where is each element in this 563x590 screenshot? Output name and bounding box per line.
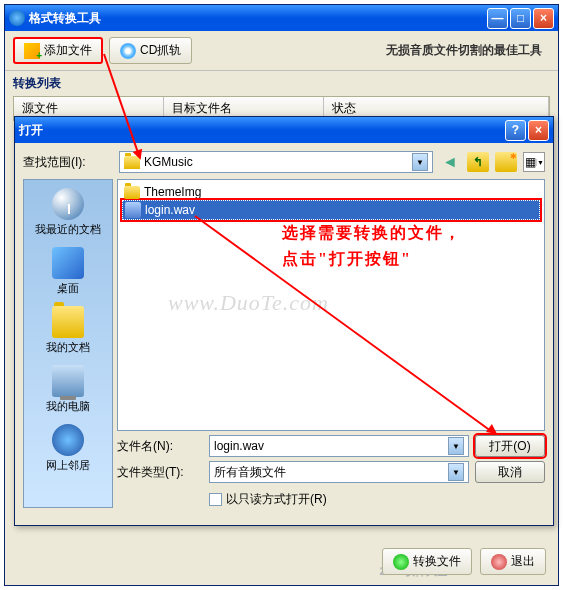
add-file-label: 添加文件 <box>44 42 92 59</box>
readonly-label: 以只读方式打开(R) <box>226 491 327 508</box>
folder-name: ThemeImg <box>144 185 201 199</box>
lookin-row: 查找范围(I): KGMusic ▼ ◄ ▦▼ <box>23 151 545 173</box>
dialog-close-button[interactable]: × <box>528 120 549 141</box>
place-desktop-label: 桌面 <box>57 281 79 296</box>
help-button[interactable]: ? <box>505 120 526 141</box>
selected-file-name: login.wav <box>145 203 195 217</box>
computer-icon <box>52 365 84 397</box>
nav-back-button[interactable]: ◄ <box>439 152 461 172</box>
filetype-row: 文件类型(T): 所有音频文件 ▼ 取消 <box>117 461 545 483</box>
mydocs-icon <box>52 306 84 338</box>
place-network[interactable]: 网上邻居 <box>24 420 112 477</box>
add-file-icon <box>24 43 40 59</box>
chevron-down-icon[interactable]: ▼ <box>412 153 428 171</box>
place-recent-label: 我最近的文档 <box>35 222 101 237</box>
place-mydocs-label: 我的文档 <box>46 340 90 355</box>
desktop-icon <box>52 247 84 279</box>
lookin-combo[interactable]: KGMusic ▼ <box>119 151 433 173</box>
file-item-selected[interactable]: login.wav <box>122 200 540 220</box>
cancel-button[interactable]: 取消 <box>475 461 545 483</box>
place-mydocs[interactable]: 我的文档 <box>24 302 112 359</box>
folder-icon <box>124 186 140 199</box>
annotation-text: 选择需要转换的文件，点击"打开按钮" <box>282 220 472 271</box>
convert-icon <box>393 554 409 570</box>
filename-label: 文件名(N): <box>117 438 203 455</box>
filename-value: login.wav <box>214 439 264 453</box>
dialog-titlebar: 打开 ? × <box>15 117 553 143</box>
lookin-value: KGMusic <box>144 155 193 169</box>
exit-icon <box>491 554 507 570</box>
minimize-button[interactable]: — <box>487 8 508 29</box>
filename-row: 文件名(N): login.wav ▼ 打开(O) <box>117 435 545 457</box>
main-toolbar: 添加文件 CD抓轨 无损音质文件切割的最佳工具 <box>5 31 558 71</box>
bottom-bar: 转换文件 退出 <box>382 548 546 575</box>
place-desktop[interactable]: 桌面 <box>24 243 112 300</box>
nav-newfolder-button[interactable] <box>495 152 517 172</box>
nav-up-button[interactable] <box>467 152 489 172</box>
cd-icon <box>120 43 136 59</box>
cd-rip-label: CD抓轨 <box>140 42 181 59</box>
file-list[interactable]: ThemeImg login.wav 选择需要转换的文件，点击"打开按钮" ww… <box>117 179 545 431</box>
add-file-button[interactable]: 添加文件 <box>13 37 103 64</box>
file-item-folder[interactable]: ThemeImg <box>122 184 540 200</box>
recent-icon <box>52 188 84 220</box>
filetype-label: 文件类型(T): <box>117 464 203 481</box>
place-computer-label: 我的电脑 <box>46 399 90 414</box>
dialog-title: 打开 <box>19 122 505 139</box>
places-bar: 我最近的文档 桌面 我的文档 我的电脑 网上邻居 <box>23 179 113 508</box>
main-titlebar: 格式转换工具 — □ × <box>5 5 558 31</box>
window-title: 格式转换工具 <box>29 10 487 27</box>
readonly-checkbox[interactable] <box>209 493 222 506</box>
place-network-label: 网上邻居 <box>46 458 90 473</box>
readonly-row: 以只读方式打开(R) <box>117 491 545 508</box>
tagline: 无损音质文件切割的最佳工具 <box>386 42 550 59</box>
exit-button[interactable]: 退出 <box>480 548 546 575</box>
convert-label: 转换文件 <box>413 553 461 570</box>
wav-icon <box>125 202 141 218</box>
place-computer[interactable]: 我的电脑 <box>24 361 112 418</box>
place-recent[interactable]: 我最近的文档 <box>24 184 112 241</box>
close-button[interactable]: × <box>533 8 554 29</box>
open-button[interactable]: 打开(O) <box>475 435 545 457</box>
cd-rip-button[interactable]: CD抓轨 <box>109 37 192 64</box>
exit-label: 退出 <box>511 553 535 570</box>
convert-button[interactable]: 转换文件 <box>382 548 472 575</box>
app-icon <box>9 10 25 26</box>
nav-view-button[interactable]: ▦▼ <box>523 152 545 172</box>
chevron-down-icon[interactable]: ▼ <box>448 437 464 455</box>
list-label: 转换列表 <box>5 71 558 96</box>
chevron-down-icon[interactable]: ▼ <box>448 463 464 481</box>
network-icon <box>52 424 84 456</box>
open-dialog: 打开 ? × 查找范围(I): KGMusic ▼ ◄ ▦▼ 我最近的文档 <box>14 116 554 526</box>
lookin-label: 查找范围(I): <box>23 154 113 171</box>
filetype-combo[interactable]: 所有音频文件 ▼ <box>209 461 469 483</box>
maximize-button[interactable]: □ <box>510 8 531 29</box>
filetype-value: 所有音频文件 <box>214 464 286 481</box>
filename-input[interactable]: login.wav ▼ <box>209 435 469 457</box>
